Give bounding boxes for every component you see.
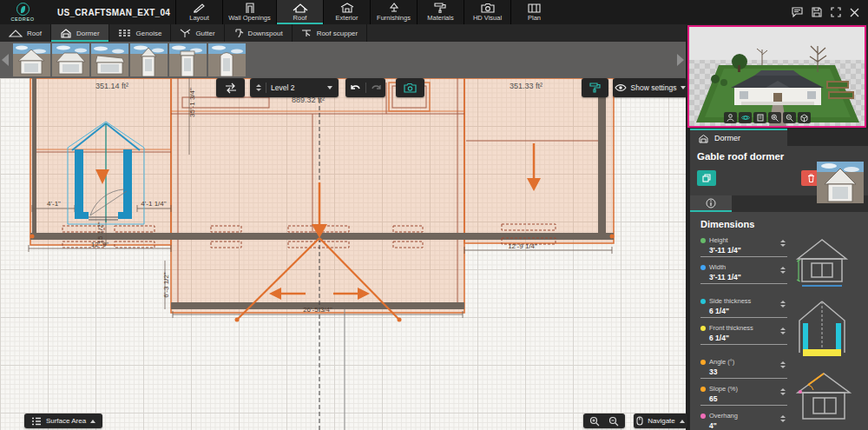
roof-icon	[293, 3, 308, 13]
level-selector[interactable]: Level 2	[250, 78, 339, 97]
field-width[interactable]: Width 3'-11 1/4"	[700, 263, 787, 284]
field-overhang[interactable]: Overhang 4"	[700, 412, 787, 430]
thumb-shed-roof-dormer[interactable]	[91, 43, 128, 76]
tool-roof-scupper[interactable]: Roof scupper	[293, 24, 368, 42]
zoom-out-icon[interactable]	[783, 112, 796, 123]
window-controls	[792, 0, 868, 24]
tab-layout[interactable]: Layout	[175, 0, 222, 24]
camera-icon	[481, 3, 495, 13]
thumb-flat-roof-wall-dormer[interactable]	[169, 43, 207, 76]
dim-12-9-1-4: 12'-9 1/4"	[508, 242, 537, 250]
tab-info[interactable]	[690, 195, 732, 212]
undo-redo-group	[345, 78, 385, 97]
duplicate-button[interactable]	[697, 170, 716, 186]
cube-icon[interactable]	[798, 112, 811, 123]
thumb-gable-roof-dormer[interactable]	[13, 43, 50, 76]
angle-stepper[interactable]	[780, 361, 786, 368]
screenshot-button[interactable]	[396, 78, 424, 97]
tab-hd-visual[interactable]: HD Visual	[464, 0, 510, 24]
comment-icon[interactable]	[792, 7, 803, 17]
tab-exterior[interactable]: Exterior	[323, 0, 370, 24]
zoom-in-icon[interactable]	[768, 112, 781, 123]
close-icon[interactable]	[850, 8, 859, 17]
render-view-button[interactable]	[582, 78, 608, 97]
tool-genoise[interactable]: Genoise	[109, 24, 172, 42]
zoom-out-icon[interactable]	[608, 416, 619, 427]
redo-icon[interactable]	[371, 83, 383, 93]
roof-toolbar: Roof Dormer Genoise Gutter Downspout Roo…	[0, 24, 686, 42]
paint-roller-icon	[434, 3, 447, 13]
slope-stepper[interactable]	[780, 388, 786, 395]
undo-icon[interactable]	[349, 83, 361, 93]
dormer-tool-icon	[60, 29, 72, 38]
overhang-stepper[interactable]	[780, 415, 786, 422]
strip-scroll-right[interactable]	[675, 50, 686, 69]
dormer-thumbnail-strip	[0, 42, 686, 78]
thumb-gable-wall-dormer[interactable]	[130, 43, 168, 76]
field-front-thickness[interactable]: Front thickness 6 1/4"	[700, 324, 787, 345]
height-value: 3'-11 1/4"	[709, 246, 787, 255]
height-stepper[interactable]	[780, 240, 786, 247]
roof-tool-icon	[9, 29, 23, 38]
dim-6-3-1-2: 6'-3 1/2"	[162, 272, 170, 297]
floor-plan-canvas[interactable]: 351.14 ft² 889.32 ft² 351.33 ft² 35'-1 3…	[0, 78, 686, 430]
tab-plan[interactable]: Plan	[510, 0, 557, 24]
swap-level-button[interactable]	[216, 78, 245, 97]
chevron-down-icon	[327, 86, 332, 89]
zoom-in-icon[interactable]	[589, 416, 600, 427]
dormer-panel: Dormer Gable roof dormer	[690, 129, 868, 424]
save-icon[interactable]	[812, 7, 822, 17]
orbit-icon[interactable]	[739, 112, 752, 123]
3d-preview[interactable]	[687, 25, 866, 128]
chevron-down-icon	[681, 86, 686, 89]
strip-scroll-left[interactable]	[0, 50, 10, 69]
side-thickness-stepper[interactable]	[780, 301, 786, 308]
angle-slope-diagram	[791, 368, 857, 426]
dimension-fields: Height 3'-11 1/4" Width 3'-11 1/4"	[700, 236, 787, 430]
thumb-hip-roof-dormer[interactable]	[52, 43, 89, 76]
top-bar: CEDREO US_CRAFTSMAN_EXT_04 Layout Wall O…	[0, 0, 868, 24]
tab-furnishings[interactable]: Furnishings	[370, 0, 417, 24]
front-thickness-dot	[700, 326, 706, 331]
tool-dormer[interactable]: Dormer	[51, 24, 109, 42]
dim-12-9: 12'-9"	[91, 241, 109, 248]
front-thickness-value: 6 1/4"	[709, 334, 787, 342]
dim-4-1: 4'-1"	[47, 200, 61, 208]
angle-dot	[700, 360, 706, 365]
tool-gutter[interactable]: Gutter	[171, 24, 224, 42]
dormer-thumbnails	[13, 43, 246, 76]
level-stepper-icon[interactable]	[256, 84, 261, 91]
field-height[interactable]: Height 3'-11 1/4"	[700, 236, 787, 257]
tab-materials[interactable]: Materials	[417, 0, 464, 24]
cedreo-logo[interactable]: CEDREO	[0, 0, 45, 24]
width-value: 3'-11 1/4"	[709, 273, 787, 281]
cedreo-app: CEDREO US_CRAFTSMAN_EXT_04 Layout Wall O…	[0, 0, 868, 430]
thumb-arched-wall-dormer[interactable]	[208, 43, 246, 76]
surface-area-button[interactable]: Surface Area	[24, 413, 102, 428]
angle-value: 33	[709, 367, 787, 376]
teal-roller-icon	[589, 83, 602, 93]
slope-value: 65	[709, 394, 787, 403]
panel-body: Gable roof dormer	[690, 146, 868, 424]
roof-scupper-tool-icon	[301, 29, 312, 38]
tool-downspout[interactable]: Downspout	[225, 24, 293, 42]
tab-roof[interactable]: Roof	[276, 0, 323, 24]
tab-dormer-panel[interactable]: Dormer	[690, 129, 787, 146]
field-slope[interactable]: Slope (%) 65	[700, 385, 787, 406]
side-thickness-dot	[700, 299, 706, 304]
front-thickness-stepper[interactable]	[780, 327, 786, 334]
width-stepper[interactable]	[780, 267, 786, 274]
tool-roof[interactable]: Roof	[0, 24, 51, 42]
eye-icon	[615, 83, 627, 92]
blueprint-icon	[528, 3, 541, 13]
field-side-thickness[interactable]: Side thickness 6 1/4"	[700, 297, 787, 318]
field-angle[interactable]: Angle (°) 33	[700, 358, 787, 379]
show-settings-button[interactable]: Show settings	[613, 78, 687, 97]
fullscreen-icon[interactable]	[831, 7, 841, 17]
person-icon[interactable]	[724, 112, 737, 123]
zoom-controls	[583, 413, 625, 428]
tab-wall-openings[interactable]: Wall Openings	[222, 0, 276, 24]
dormer-preview-thumb[interactable]	[817, 162, 864, 203]
plan-doc-icon[interactable]	[753, 112, 766, 123]
navigate-button[interactable]: Navigate	[634, 413, 687, 428]
